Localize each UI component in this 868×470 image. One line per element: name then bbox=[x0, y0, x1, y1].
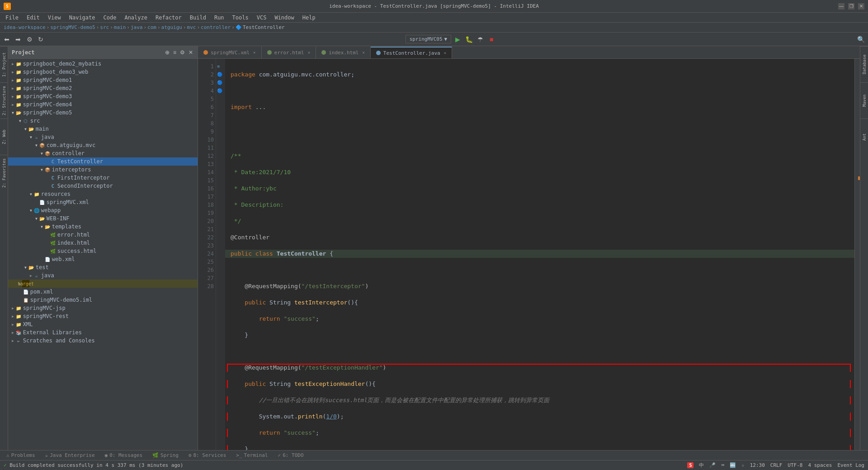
tree-item-errorhtml[interactable]: ▶ 🌿 error.html bbox=[8, 231, 198, 239]
bottom-tab-problems[interactable]: ⚠ Problems bbox=[2, 451, 40, 459]
breadcrumb-controller[interactable]: controller bbox=[201, 24, 231, 30]
tree-item-package[interactable]: ▼ 📦 com.atguigu.mvc bbox=[8, 141, 198, 149]
bottom-tab-messages[interactable]: ◉ 0: Messages bbox=[100, 451, 147, 459]
menu-code[interactable]: Code bbox=[100, 14, 120, 22]
tab-springmvcxml[interactable]: springMVC.xml ✕ bbox=[198, 47, 262, 58]
tree-item-springmvc5[interactable]: ▼ 📂 springMVC-demo5 bbox=[8, 109, 198, 117]
tree-item-springmvc2[interactable]: ▶ 📁 springMVC-demo2 bbox=[8, 84, 198, 92]
menu-file[interactable]: File bbox=[2, 14, 22, 22]
event-log[interactable]: Event Log bbox=[837, 462, 864, 468]
indent[interactable]: 4 spaces bbox=[808, 462, 832, 468]
menu-refactor[interactable]: Refactor bbox=[152, 14, 185, 22]
tree-item-springmvc4[interactable]: ▶ 📁 springMVC-demo4 bbox=[8, 100, 198, 109]
tree-item-webapp[interactable]: ▼ 🌐 webapp bbox=[8, 206, 198, 214]
tree-item-springmvc-rest[interactable]: ▶ 📁 springMVC-rest bbox=[8, 312, 198, 320]
bottom-tab-terminal[interactable]: >_ Terminal bbox=[231, 451, 272, 459]
menu-analyze[interactable]: Analyze bbox=[121, 14, 151, 22]
menu-navigate[interactable]: Navigate bbox=[66, 14, 99, 22]
tree-item-secondinterceptor[interactable]: ▶ C SecondInterceptor bbox=[8, 182, 198, 190]
side-tab-structure[interactable]: 2: Structure bbox=[0, 82, 8, 119]
tree-item-test-java[interactable]: ▶ ☕ java bbox=[8, 271, 198, 280]
run-config-selector[interactable]: springMVC05 ▼ bbox=[406, 35, 451, 43]
tree-item-xml[interactable]: ▶ 📁 XML bbox=[8, 320, 198, 328]
tree-item-springmvc-jsp[interactable]: ▶ 📁 springMVC-jsp bbox=[8, 304, 198, 312]
menu-tools[interactable]: Tools bbox=[229, 14, 252, 22]
menu-help[interactable]: Help bbox=[299, 14, 319, 22]
breadcrumb-com[interactable]: com bbox=[147, 24, 156, 30]
side-tab-maven[interactable]: Maven bbox=[860, 82, 868, 119]
maximize-button[interactable]: ❐ bbox=[848, 3, 854, 9]
project-sync-button[interactable]: ⊕ bbox=[164, 48, 170, 57]
breadcrumb-java[interactable]: java bbox=[131, 24, 143, 30]
code-editor[interactable]: 1 2 3 4 5 6 7 8 9 10 11 12 13 14 15 16 1… bbox=[198, 59, 860, 450]
coverage-button[interactable]: ☂ bbox=[475, 34, 485, 44]
editor-scrollbar[interactable] bbox=[854, 59, 860, 450]
tree-item-target[interactable]: ▶ target bbox=[8, 280, 198, 288]
project-close-button[interactable]: ✕ bbox=[188, 48, 194, 57]
menu-vcs[interactable]: VCS bbox=[253, 14, 270, 22]
tab-testcontroller[interactable]: TestController.java ✕ bbox=[371, 47, 452, 58]
tree-item-ext-libs[interactable]: ▶ 📚 External Libraries bbox=[8, 328, 198, 337]
breadcrumb-main[interactable]: main bbox=[114, 24, 126, 30]
close-button[interactable]: ✕ bbox=[858, 3, 864, 9]
side-tab-ant[interactable]: Ant bbox=[860, 119, 868, 155]
tree-item-springboot2[interactable]: ▶ 📁 springboot_demo2_mybatis bbox=[8, 60, 198, 68]
code-content[interactable]: package com.atguigu.mvc.controller; impo… bbox=[225, 59, 854, 450]
breadcrumb-mvc[interactable]: mvc bbox=[187, 24, 196, 30]
tree-item-springboot3[interactable]: ▶ 📁 springboot_demo3_web bbox=[8, 68, 198, 76]
toolbar-navigate-forward[interactable]: ➡ bbox=[13, 34, 23, 44]
tree-item-main[interactable]: ▼ 📂 main bbox=[8, 125, 198, 133]
tab-close-icon[interactable]: ✕ bbox=[308, 50, 310, 55]
tree-item-pomxml[interactable]: ▶ 📄 pom.xml bbox=[8, 288, 198, 296]
cursor-position[interactable]: 12:30 bbox=[750, 462, 765, 468]
tree-item-interceptors[interactable]: ▼ 📦 interceptors bbox=[8, 166, 198, 174]
tab-errorhtml[interactable]: error.html ✕ bbox=[262, 47, 316, 58]
tree-item-scratches[interactable]: ▶ ✏ Scratches and Consoles bbox=[8, 337, 198, 345]
tree-item-webxml[interactable]: ▶ 📄 web.xml bbox=[8, 255, 198, 263]
tab-close-icon[interactable]: ✕ bbox=[253, 50, 255, 55]
breadcrumb-workspace[interactable]: idea-workspace bbox=[4, 24, 46, 30]
tree-item-iml[interactable]: ▶ 📋 springMVC-demo5.iml bbox=[8, 296, 198, 304]
bottom-tab-todo[interactable]: ✓ 6: TODO bbox=[274, 451, 308, 459]
menu-build[interactable]: Build bbox=[186, 14, 210, 22]
line-ending[interactable]: CRLF bbox=[770, 462, 783, 468]
menu-window[interactable]: Window bbox=[271, 14, 297, 22]
menu-run[interactable]: Run bbox=[211, 14, 228, 22]
tree-item-controller-pkg[interactable]: ▼ 📦 controller bbox=[8, 149, 198, 157]
tree-item-springmvc1[interactable]: ▶ 📁 springMVC-demo1 bbox=[8, 76, 198, 84]
encoding[interactable]: UTF-8 bbox=[788, 462, 802, 468]
tree-item-springmvcxml[interactable]: ▶ 📄 springMVC.xml bbox=[8, 198, 198, 206]
bottom-tab-spring[interactable]: 🌿 Spring bbox=[148, 451, 183, 459]
minimize-button[interactable]: — bbox=[838, 3, 844, 9]
stop-button[interactable]: ■ bbox=[486, 34, 496, 44]
toolbar-navigate-back[interactable]: ⬅ bbox=[2, 34, 12, 44]
tree-item-resources[interactable]: ▼ 📁 resources bbox=[8, 190, 198, 198]
breadcrumb-src[interactable]: src bbox=[100, 24, 109, 30]
tree-item-src[interactable]: ▼ ⬡ src bbox=[8, 117, 198, 125]
tree-item-springmvc3[interactable]: ▶ 📁 springMVC-demo3 bbox=[8, 92, 198, 100]
debug-button[interactable]: 🐛 bbox=[464, 34, 474, 44]
tree-item-webinf[interactable]: ▼ 📂 WEB-INF bbox=[8, 214, 198, 223]
toolbar-refresh[interactable]: ↻ bbox=[36, 34, 46, 44]
bottom-tab-services[interactable]: ⚙ 8: Services bbox=[184, 451, 231, 459]
tree-item-templates[interactable]: ▼ 📂 templates bbox=[8, 223, 198, 231]
bottom-tab-java-enterprise[interactable]: ☕ Java Enterprise bbox=[41, 451, 99, 459]
menu-view[interactable]: View bbox=[44, 14, 65, 22]
project-sort-button[interactable]: ≡ bbox=[172, 48, 177, 57]
tree-item-testcontroller[interactable]: ▶ C TestController bbox=[8, 157, 198, 166]
tree-item-firstinterceptor[interactable]: ▶ C FirstInterceptor bbox=[8, 174, 198, 182]
tab-close-icon[interactable]: ✕ bbox=[362, 50, 364, 55]
tree-item-indexhtml[interactable]: ▶ 🌿 index.html bbox=[8, 239, 198, 247]
side-tab-favorites[interactable]: 2: Favorites bbox=[0, 155, 8, 191]
side-tab-database[interactable]: Database bbox=[860, 46, 868, 82]
tree-item-test[interactable]: ▼ 📂 test bbox=[8, 263, 198, 271]
project-settings-button[interactable]: ⚙ bbox=[179, 48, 186, 57]
breadcrumb-atguigu[interactable]: atguigu bbox=[161, 24, 182, 30]
tree-item-java[interactable]: ▼ ☕ java bbox=[8, 133, 198, 141]
side-tab-project[interactable]: 1: Project bbox=[0, 46, 8, 82]
breadcrumb-classname[interactable]: TestController bbox=[243, 24, 285, 30]
breadcrumb-project[interactable]: springMVC-demo5 bbox=[50, 24, 95, 30]
menu-edit[interactable]: Edit bbox=[23, 14, 43, 22]
run-button[interactable]: ▶ bbox=[453, 34, 462, 44]
tab-indexhtml[interactable]: index.html ✕ bbox=[316, 47, 371, 58]
